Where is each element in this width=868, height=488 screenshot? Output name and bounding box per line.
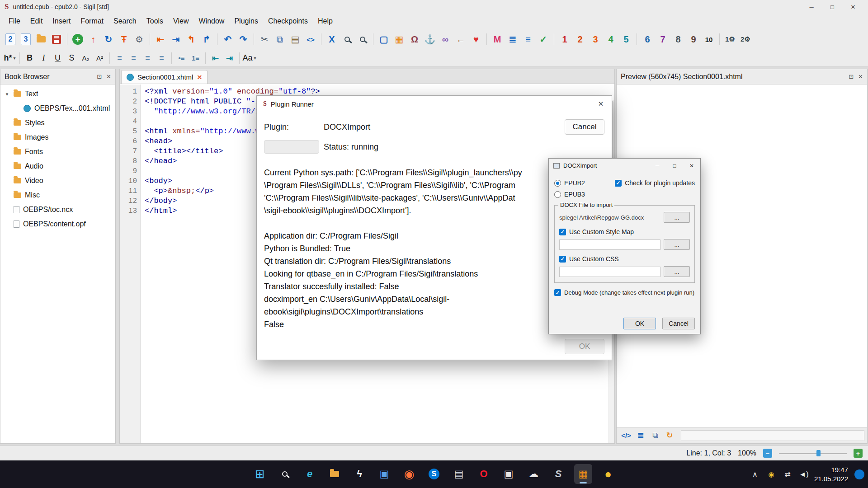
epub3-radio[interactable] [554,191,561,198]
inspect-code-icon[interactable]: </> [619,429,633,442]
plugin-7-icon[interactable]: 7 [655,32,670,47]
style-map-checkbox[interactable] [559,229,566,235]
insert-file-icon[interactable]: ▦ [392,32,407,47]
menu-checkpoints[interactable]: Checkpoints [263,15,313,28]
check-updates-checkbox[interactable] [615,180,622,187]
split-at-markers-icon[interactable]: ⇥ [168,32,184,47]
underline-icon[interactable]: U [51,52,65,65]
heading-1-icon[interactable]: 1 [557,32,572,47]
tree-item-audio[interactable]: Audio [0,159,115,174]
menu-tools[interactable]: Tools [142,15,168,28]
bullet-list-icon[interactable]: •≡ [175,52,189,65]
skype-icon[interactable]: S [425,464,443,484]
antivirus-tray-icon[interactable]: ◉ [765,465,777,484]
tree-item-oebps-tex-001-xhtml[interactable]: OEBPS/Tex...001.xhtml [0,101,115,116]
menu-plugins[interactable]: Plugins [229,15,263,28]
docx-file-input[interactable]: spiegel Artikel\Repgow-GG.docx [559,214,660,221]
delete-x-icon[interactable]: X [324,32,340,47]
align-center-icon[interactable]: ≡ [127,52,141,65]
bold-icon[interactable]: B [23,52,37,65]
network-tray-icon[interactable]: ⇄ [782,465,793,484]
menu-window[interactable]: Window [194,15,230,28]
italic-icon[interactable]: I [37,52,51,65]
menu-insert[interactable]: Insert [47,15,75,28]
taskbar-clock[interactable]: 19:47 21.05.2022 [814,465,848,483]
tree-item-fonts[interactable]: Fonts [0,145,115,159]
generate-toc-icon[interactable]: ≡ [520,32,536,47]
plugin-9-icon[interactable]: 9 [686,32,701,47]
tab-close-icon[interactable]: ✕ [197,74,202,81]
merge-previous-icon[interactable]: ↰ [184,32,199,47]
backup-app-icon[interactable]: ▣ [500,464,518,484]
subscript-icon[interactable]: A₂ [79,52,93,65]
preview-address-input[interactable] [681,430,864,441]
menu-view[interactable]: View [168,15,193,28]
zoom-slider-track[interactable] [779,453,847,454]
back-link-icon[interactable]: ← [453,32,468,47]
donate-heart-icon[interactable]: ♥ [468,32,484,47]
menu-help[interactable]: Help [313,15,338,28]
insert-link-icon[interactable]: ∞ [438,32,453,47]
chat-app-icon[interactable]: ▣ [375,464,393,484]
float-panel-icon[interactable]: ⊡ [849,73,854,80]
table-of-contents-icon[interactable]: ≣ [505,32,520,47]
menu-edit[interactable]: Edit [25,15,48,28]
style-map-input[interactable] [559,239,660,250]
open-file-icon[interactable] [33,32,49,47]
epub2-radio[interactable] [554,180,561,187]
close-panel-icon[interactable]: ✕ [106,73,111,80]
bolt-app-icon[interactable]: ϟ [350,464,368,484]
heading-3-icon[interactable]: 3 [588,32,603,47]
heading-6-icon[interactable]: 6 [640,32,655,47]
add-existing-files-icon[interactable]: + [70,32,85,47]
debug-mode-checkbox[interactable] [554,289,561,296]
menu-file[interactable]: File [4,15,25,28]
browse-style-map-button[interactable]: ... [664,239,690,250]
add-cover-icon[interactable]: ↑ [85,32,101,47]
select-element-icon[interactable]: ≣ [634,429,647,442]
align-right-icon[interactable]: ≡ [141,52,155,65]
tree-item-styles[interactable]: Styles [0,116,115,130]
notification-badge[interactable] [854,469,864,479]
zoom-find-icon[interactable] [355,32,370,47]
metadata-editor-icon[interactable]: M [490,32,505,47]
merge-next-icon[interactable]: ↱ [199,32,214,47]
close-button[interactable]: ✕ [683,159,700,173]
heading-2-icon[interactable]: 2 [572,32,588,47]
reload-icon[interactable]: ↻ [101,32,116,47]
opera-icon[interactable]: O [475,464,493,484]
copy-selection-icon[interactable]: ⧉ [648,429,662,442]
cut-icon[interactable]: ✂ [257,32,272,47]
paste-icon[interactable]: ▤ [288,32,303,47]
tree-item-video[interactable]: Video [0,174,115,188]
s-app-icon[interactable]: S [549,464,567,484]
edge-icon[interactable]: e [301,464,319,484]
heading-style-icon[interactable]: h*▾ [3,52,17,65]
zoom-in-button[interactable]: + [854,449,863,458]
outdent-icon[interactable]: ⇤ [208,52,222,65]
redo-icon[interactable]: ↷ [236,32,251,47]
close-button[interactable]: ✕ [843,0,863,14]
insert-special-character-icon[interactable]: Ω [407,32,422,47]
ok-button[interactable]: OK [623,318,656,329]
indent-icon[interactable]: ⇥ [222,52,236,65]
tree-item-misc[interactable]: Misc [0,188,115,202]
maximize-button[interactable]: □ [822,0,843,14]
insert-id-icon[interactable]: ⚓ [422,32,438,47]
minimize-button[interactable]: ─ [649,159,666,173]
tree-item-images[interactable]: Images [0,130,115,145]
volume-tray-icon[interactable]: ◄) [798,465,810,484]
tree-item-text[interactable]: ▾Text [0,87,115,101]
align-left-icon[interactable]: ≡ [113,52,127,65]
plugin-10-icon[interactable]: 10 [701,32,717,47]
new-epub2-icon[interactable]: 2 [3,32,18,47]
find-icon[interactable] [340,32,355,47]
dialog-close-icon[interactable]: ✕ [591,100,611,108]
expander-icon[interactable]: ▾ [4,91,10,97]
menu-search[interactable]: Search [108,15,142,28]
custom-css-input[interactable] [559,267,660,277]
heading-5-icon[interactable]: 5 [618,32,634,47]
tree-item-oebps-content-opf[interactable]: OEBPS/content.opf [0,217,115,231]
cancel-button[interactable]: Cancel [662,318,695,329]
spellcheck-icon[interactable]: ✓ [536,32,551,47]
